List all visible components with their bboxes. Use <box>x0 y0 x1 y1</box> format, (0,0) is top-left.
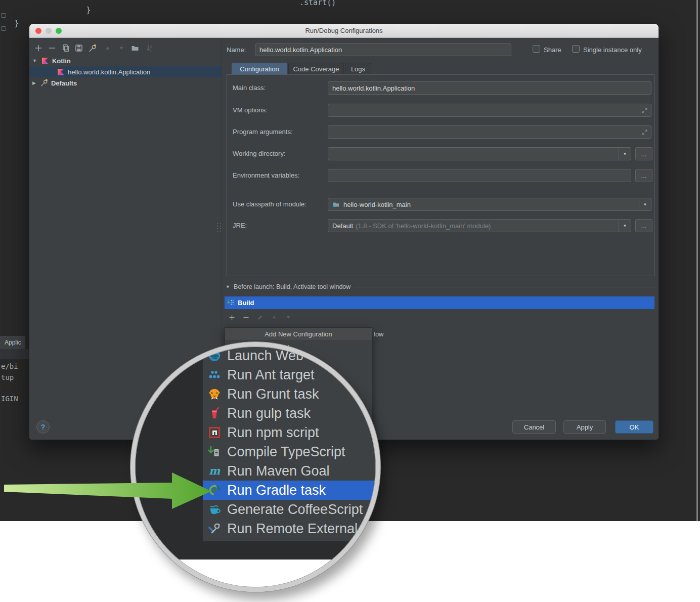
menu-item-label: Run npm script <box>227 425 319 441</box>
program-arguments-label: Program arguments: <box>233 128 293 136</box>
menu-item-run-maven-goal[interactable]: m Run Maven Goal <box>203 461 380 481</box>
browse-jre-button[interactable]: ... <box>635 219 652 232</box>
console-text: IGIN <box>1 395 18 403</box>
expand-field-icon[interactable] <box>641 129 648 136</box>
editor-scrollbar-strip[interactable] <box>696 0 698 521</box>
menu-item-generate-coffeescript[interactable]: Generate CoffeeScript <box>203 500 380 519</box>
build-icon <box>227 299 235 307</box>
ok-button[interactable]: OK <box>615 420 653 434</box>
edit-defaults-button[interactable] <box>87 43 97 53</box>
menu-item-label: Run Grunt task <box>227 386 319 402</box>
classpath-label: Use classpath of module: <box>233 200 307 208</box>
save-configuration-button[interactable] <box>74 43 84 53</box>
create-folder-button[interactable] <box>130 43 140 53</box>
minimize-window-button[interactable] <box>46 28 52 34</box>
tree-item-application[interactable]: hello.world.kotlin.Application <box>29 66 222 77</box>
name-input[interactable]: hello.world.kotlin.Application <box>255 44 511 56</box>
share-checkbox[interactable] <box>533 45 540 53</box>
move-up-button[interactable] <box>103 43 113 53</box>
chevron-right-icon[interactable]: ▶ <box>32 80 36 85</box>
working-directory-input[interactable]: ▼ <box>328 147 631 160</box>
menu-item-label: Launch Web <box>227 348 303 364</box>
npm-icon <box>208 426 221 439</box>
before-launch-task-build[interactable]: Build <box>225 296 654 309</box>
arrow-down-icon <box>285 314 291 320</box>
remove-task-button[interactable] <box>241 312 251 322</box>
svg-text:a: a <box>150 45 152 48</box>
gulp-icon <box>208 407 221 420</box>
console-text: e/bi <box>1 362 18 370</box>
classpath-combobox[interactable]: hello-world-kotlin_main ▼ <box>328 198 651 211</box>
dialog-title: Run/Debug Configurations <box>29 24 659 37</box>
zoom-window-button[interactable] <box>56 28 62 34</box>
console-text: tup <box>1 373 14 381</box>
tree-item-kotlin[interactable]: ▼ Kotlin <box>29 55 222 66</box>
tree-item-label: Kotlin <box>52 57 71 65</box>
dialog-titlebar[interactable]: Run/Debug Configurations <box>29 24 659 38</box>
menu-item-label: Compile TypeScript <box>227 444 345 460</box>
move-task-down-button[interactable] <box>283 312 293 322</box>
arrow-up-icon <box>104 45 111 52</box>
add-task-button[interactable] <box>227 312 237 322</box>
edit-task-button[interactable] <box>255 312 265 322</box>
move-task-up-button[interactable] <box>269 312 279 322</box>
apply-button[interactable]: Apply <box>563 420 606 434</box>
sort-configurations-button[interactable]: az <box>145 43 155 53</box>
wrench-icon <box>88 44 97 53</box>
module-icon <box>332 201 340 208</box>
menu-item-run-gradle-task[interactable]: Run Gradle task <box>203 481 380 500</box>
web-browser-icon <box>208 349 221 362</box>
tab-logs[interactable]: Logs <box>345 63 371 75</box>
jre-combobox[interactable]: Default (1.8 - SDK of 'hello-world-kotli… <box>328 219 631 232</box>
remove-configuration-button[interactable] <box>47 43 57 53</box>
browse-environment-variables-button[interactable]: ... <box>635 169 652 182</box>
chevron-down-icon[interactable]: ▼ <box>32 58 37 63</box>
tab-code-coverage[interactable]: Code Coverage <box>288 63 344 75</box>
menu-item-run-remote-external[interactable]: Run Remote External <box>203 519 380 538</box>
program-arguments-input[interactable] <box>328 125 651 139</box>
code-fragment: } <box>86 5 91 15</box>
environment-variables-input[interactable] <box>328 169 631 182</box>
name-value: hello.world.kotlin.Application <box>259 46 342 54</box>
main-class-input[interactable]: hello.world.kotlin.Application <box>328 81 651 95</box>
menu-item-compile-typescript[interactable]: Compile TypeScript <box>203 442 380 461</box>
menu-item-run-npm-script[interactable]: Run npm script <box>203 423 380 442</box>
working-directory-label: Working directory: <box>233 150 286 157</box>
menu-item-label: Run Gradle task <box>227 483 326 498</box>
menu-item-run-gulp-task[interactable]: Run gulp task <box>203 404 380 423</box>
tab-configuration[interactable]: Configuration <box>232 63 287 75</box>
fold-marker-icon[interactable] <box>1 13 6 18</box>
name-label: Name: <box>227 46 246 54</box>
cancel-button[interactable]: Cancel <box>512 420 556 434</box>
help-button[interactable]: ? <box>36 420 50 434</box>
vm-options-input[interactable] <box>328 104 651 117</box>
add-configuration-button[interactable] <box>33 43 43 53</box>
popup-header: Add New Configuration <box>225 328 372 341</box>
wrench-icon <box>40 79 48 87</box>
copy-configuration-button[interactable] <box>61 43 71 53</box>
move-down-button[interactable] <box>116 43 126 53</box>
kotlin-icon <box>58 69 64 75</box>
svg-text:z: z <box>150 49 152 52</box>
chevron-down-icon[interactable]: ▼ <box>619 220 631 232</box>
chevron-down-icon[interactable]: ▼ <box>619 148 631 160</box>
sort-az-icon: az <box>146 44 154 52</box>
tree-item-label: Defaults <box>51 79 77 87</box>
tree-item-defaults[interactable]: ▶ Defaults <box>29 77 222 89</box>
splitter-handle[interactable] <box>217 223 222 232</box>
browse-working-directory-button[interactable]: ... <box>635 147 652 160</box>
single-instance-checkbox[interactable] <box>572 45 580 53</box>
fold-marker-icon[interactable] <box>1 26 6 31</box>
minus-icon <box>48 44 56 52</box>
tool-window-tab-application[interactable]: Applic <box>0 336 25 349</box>
expand-field-icon[interactable] <box>641 107 648 114</box>
vm-options-label: VM options: <box>233 106 268 114</box>
before-launch-header[interactable]: ▼ Before launch: Build, Activate tool wi… <box>226 283 654 290</box>
chevron-down-icon[interactable]: ▼ <box>226 284 230 289</box>
jre-label: JRE: <box>233 222 247 229</box>
chevron-down-icon[interactable]: ▼ <box>639 198 651 210</box>
green-arrow-pointer <box>0 465 217 521</box>
close-window-button[interactable] <box>35 28 41 34</box>
screenshot-stage: .start() } } Applic e/bi tup IGIN Run/De… <box>0 0 700 602</box>
pencil-icon <box>257 314 264 321</box>
